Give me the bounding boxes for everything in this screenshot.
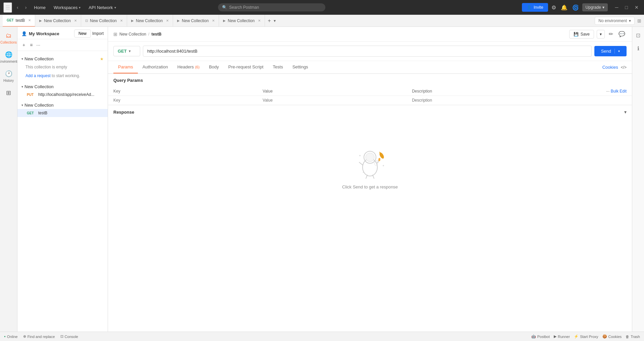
sidebar-item-history[interactable]: 🕐 History <box>0 67 17 85</box>
tab-col4[interactable]: ▶ New Collection ✕ <box>127 15 173 27</box>
avatar-icon[interactable]: 🌀 <box>571 3 580 12</box>
tab-close-icon[interactable]: ✕ <box>258 19 261 22</box>
tab-prerequest[interactable]: Pre-request Script <box>224 61 268 73</box>
info-icon[interactable]: ℹ <box>636 43 641 54</box>
environment-selector[interactable]: No environment ▾ <box>595 17 635 25</box>
tab-col5[interactable]: ▶ New Collection ✕ <box>173 15 219 27</box>
forward-button[interactable]: › <box>23 3 29 11</box>
tab-tests[interactable]: Tests <box>268 61 287 73</box>
collection-empty-message: This collection is empty <box>17 63 108 71</box>
collection-header[interactable]: ▾ New Collection ★ <box>17 55 108 63</box>
tab-close-icon[interactable]: ✕ <box>120 19 123 22</box>
tab-body[interactable]: Body <box>204 61 224 73</box>
settings-icon[interactable]: ⚙ <box>550 3 557 12</box>
sidebar-item-mockservers[interactable]: ⊞ <box>0 87 17 99</box>
topbar: ☰ ‹ › Home Workspaces ▾ API Network ▾ 🔍 … <box>0 0 644 15</box>
breadcrumb-current: testB <box>151 32 161 37</box>
description-column-header: Description <box>407 87 556 96</box>
home-link[interactable]: Home <box>31 4 48 11</box>
cookies-link[interactable]: Cookies <box>602 65 618 70</box>
url-input[interactable] <box>143 46 592 57</box>
tab-overflow-icon[interactable]: ▾ <box>274 18 276 23</box>
side-panel-icon[interactable]: ⊡ <box>635 30 642 41</box>
request-tabs: Params Authorization Headers (6) Body Pr… <box>108 61 632 74</box>
add-request-link[interactable]: Add a request <box>25 73 51 78</box>
notifications-icon[interactable]: 🔔 <box>559 3 569 12</box>
new-tab-button[interactable]: + <box>266 17 272 24</box>
tab-close-icon[interactable]: ✕ <box>74 19 77 22</box>
bulk-edit-header: ··· Bulk Edit <box>556 87 632 96</box>
environments-icon: 🌐 <box>5 51 12 58</box>
trash-button[interactable]: 🗑 Trash <box>626 335 640 339</box>
tab-headers[interactable]: Headers (6) <box>173 61 204 73</box>
collection-tab-icon: ▶ <box>223 19 226 22</box>
collection-header[interactable]: ▾ New Collection <box>17 83 108 91</box>
edit-button[interactable]: ✏ <box>607 30 614 39</box>
minimize-button[interactable]: ─ <box>613 4 621 11</box>
tab-authorization[interactable]: Authorization <box>138 61 173 73</box>
workspaces-menu[interactable]: Workspaces ▾ <box>51 4 83 11</box>
sort-button[interactable]: ≡ <box>29 41 34 49</box>
code-snippet-button[interactable]: </> <box>621 65 627 70</box>
tab-settings[interactable]: Settings <box>288 61 313 73</box>
param-desc-input[interactable] <box>412 98 550 103</box>
tab-method-label: GET <box>7 18 14 22</box>
collections-tree: ▾ New Collection ★ This collection is em… <box>17 51 108 332</box>
start-proxy-button[interactable]: ⚡ Start Proxy <box>574 334 598 339</box>
add-collection-button[interactable]: + <box>21 41 26 49</box>
collection-item: ▾ New Collection GET testB <box>17 100 108 118</box>
method-label: GET <box>118 49 127 54</box>
back-button[interactable]: ‹ <box>15 3 20 11</box>
import-button[interactable]: Import <box>92 30 104 38</box>
upgrade-button[interactable]: Upgrade ▾ <box>582 3 608 11</box>
collection-item: ▾ New Collection PUT http://localhost/ap… <box>17 81 108 100</box>
workspace-panel-icon[interactable]: ⊞ <box>637 18 641 23</box>
collection-star-icon[interactable]: ★ <box>100 57 104 61</box>
collection-header[interactable]: ▾ New Collection <box>17 101 108 109</box>
tab-col2[interactable]: ▶ New Collection ✕ <box>35 15 81 27</box>
sidebar-item-collections[interactable]: 🗂 Collections <box>0 30 17 47</box>
maximize-button[interactable]: □ <box>623 4 630 11</box>
tab-testb[interactable]: GET testB ✕ <box>3 15 35 27</box>
param-value-input[interactable] <box>263 98 401 103</box>
response-empty-text: Click Send to get a response <box>342 184 398 189</box>
search-placeholder: Search Postman <box>229 5 259 10</box>
online-status: ● Online <box>4 335 18 339</box>
method-selector[interactable]: GET ▾ <box>113 46 140 56</box>
save-dropdown-button[interactable]: ▾ <box>597 30 605 39</box>
api-network-menu[interactable]: API Network ▾ <box>86 4 118 11</box>
bulk-edit-button[interactable]: Bulk Edit <box>611 89 627 94</box>
new-button[interactable]: New <box>74 30 91 38</box>
tab-col3[interactable]: ⊡ New Collection ✕ <box>81 15 127 27</box>
history-icon: 🕐 <box>5 70 12 77</box>
send-button[interactable]: Send ▾ <box>594 46 627 56</box>
tab-close-icon[interactable]: ✕ <box>212 19 215 22</box>
collection-request[interactable]: PUT http://localhost/app/receiveAd... <box>17 91 108 99</box>
find-replace-button[interactable]: ⊕ Find and replace <box>23 334 55 339</box>
tab-col6[interactable]: ▶ New Collection ✕ <box>219 15 265 27</box>
cookies-icon: 🍪 <box>602 334 607 339</box>
search-bar[interactable]: 🔍 Search Postman <box>218 3 325 11</box>
close-button[interactable]: ✕ <box>633 4 641 11</box>
param-key-input[interactable] <box>113 98 252 103</box>
console-button[interactable]: ⊡ Console <box>60 334 78 339</box>
postbot-button[interactable]: 🤖 Postbot <box>531 334 550 339</box>
save-button[interactable]: 💾 Save <box>569 30 594 39</box>
menu-icon[interactable]: ☰ <box>3 2 12 13</box>
tab-params[interactable]: Params <box>113 61 138 73</box>
more-options-button[interactable]: ··· <box>36 42 40 48</box>
tab-close-icon[interactable]: ✕ <box>28 18 31 22</box>
query-params-title: Query Params <box>108 74 632 87</box>
collection-request[interactable]: GET testB <box>17 109 108 117</box>
breadcrumb-collection-link[interactable]: New Collection <box>119 32 146 37</box>
tab-close-icon[interactable]: ✕ <box>166 19 169 22</box>
sidebar-item-environments[interactable]: 🌐 Environments <box>0 48 17 66</box>
invite-button[interactable]: 👤 Invite <box>522 3 548 12</box>
cookies-button[interactable]: 🍪 Cookies <box>602 334 622 339</box>
more-options-icon[interactable]: ··· <box>606 89 609 94</box>
response-section-header[interactable]: Response ▾ <box>108 105 632 119</box>
svg-point-10 <box>359 155 361 156</box>
collection-chevron-icon: ▾ <box>21 57 23 61</box>
comment-button[interactable]: 💬 <box>617 30 627 39</box>
runner-button[interactable]: ▶ Runner <box>554 334 570 339</box>
